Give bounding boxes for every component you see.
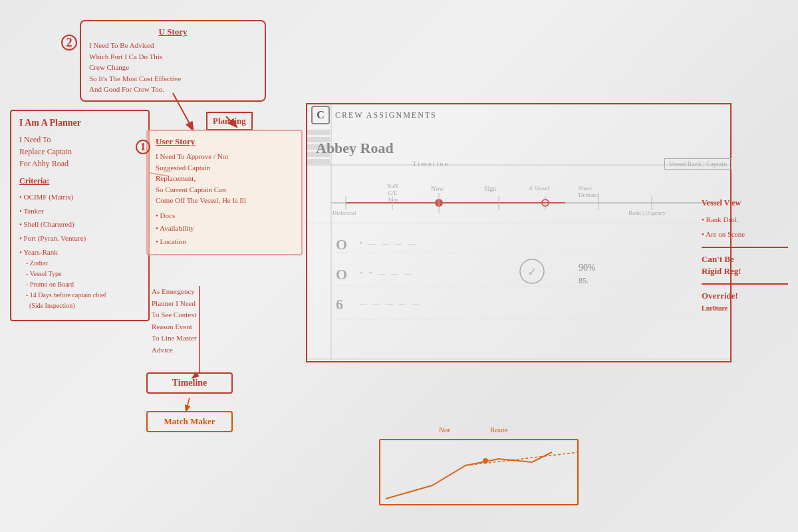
timeline-point-shore: ShoreDemand: [579, 185, 599, 198]
criteria-item: Shell (Chartered): [19, 219, 140, 231]
crew-header: C Crew Assignments: [306, 103, 732, 127]
callout-content: I Need To Be Advised Which Port I Ca Do …: [89, 40, 257, 95]
timeline-point-sign: Sign: [484, 185, 496, 192]
chart-label-nor: Nor: [439, 426, 450, 434]
planner-box: I Am A Planner I Need To Replace Captain…: [10, 110, 150, 321]
story-1-content: I Need To Approve / Not Suggested Captai…: [156, 151, 293, 247]
criteria-list: OCIMF (Matrix) Tanker Shell (Chartered) …: [19, 192, 140, 311]
vessel-rank-box: Vessel Rank | Captain: [664, 158, 732, 170]
timeline-point-historical: Historical: [332, 209, 356, 216]
story-number-badge: 1: [136, 140, 150, 154]
candidate-1-dots: * — — — —: [359, 239, 418, 247]
right-note-2: Are on Scene: [702, 228, 788, 241]
candidate-2-score2: 85.: [579, 276, 589, 286]
wireframe-timeline-label: Timeline: [412, 160, 449, 168]
criteria-item: Tanker: [19, 205, 140, 217]
right-note-1: Rank Drol.: [702, 213, 788, 227]
vessel-view-label: Vessel View: [702, 196, 788, 211]
timeline-point-nan: NaNC/EJoin: [387, 183, 398, 203]
story-bullets: Docs Availability Location: [156, 210, 293, 247]
story-1-title: User Story: [156, 136, 293, 147]
criteria-item: OCIMF (Matrix): [19, 192, 140, 203]
bottom-chart: [379, 439, 579, 505]
chart-labels: Nor Route: [439, 426, 507, 434]
candidate-2-score: 90%: [579, 263, 596, 273]
planner-criteria: Criteria: OCIMF (Matrix) Tanker Shell (C…: [19, 175, 140, 311]
app-logo: C: [311, 106, 330, 124]
timeline-point-avessel: A Vessel: [529, 185, 549, 192]
user-story-1-box: 1 User Story I Need To Approve / Not Sug…: [146, 130, 303, 255]
candidate-3-symbol: 6: [336, 296, 343, 313]
criteria-title: Criteria:: [19, 175, 140, 188]
crew-assignments-title: Crew Assignments: [335, 110, 437, 120]
cant-be-label: Can't Be Rigid Reg!: [702, 253, 788, 277]
criteria-item: Port (Pyran. Venture): [19, 233, 140, 245]
planner-subtitle: I Need To Replace Captain For Abby Road: [19, 134, 140, 170]
user-story-callout: U Story I Need To Be Advised Which Port …: [80, 20, 266, 102]
bullet-availability: Availability: [156, 223, 293, 234]
right-divider-1: [702, 247, 788, 248]
timeline-point-now: Now: [431, 185, 444, 192]
emergency-planner-text: As Emergency Planner I Need To See Conte…: [152, 286, 285, 356]
candidate-2-symbol: O: [336, 266, 347, 283]
criteria-item: Years-Rank - Zodiac- Vessel Type- Promo …: [19, 247, 140, 312]
matchmaker-box: Match Maker: [146, 411, 233, 432]
candidate-3-dots: — — — — —: [359, 299, 421, 307]
vessel-name: Abbey Road: [316, 140, 394, 157]
whiteboard: ✓ U Story I Need To Be Advised Which Por…: [0, 0, 798, 532]
override-label: Override! Lnr0ture: [702, 290, 788, 314]
right-notes: Vessel View Rank Drol. Are on Scene Can'…: [702, 196, 788, 314]
callout-number: 2: [61, 35, 77, 51]
candidate-1-symbol: O: [336, 236, 347, 253]
planner-title: I Am A Planner: [19, 118, 140, 128]
timeline-point-rank: Rank | Urgency: [628, 209, 666, 216]
bullet-location: Location: [156, 236, 293, 247]
chart-label-route: Route: [490, 426, 507, 434]
timeline-box: Timeline: [146, 372, 233, 394]
bullet-docs: Docs: [156, 210, 293, 221]
candidate-2-dots: * * — — —: [359, 269, 414, 277]
callout-title: U Story: [89, 27, 257, 37]
planning-label: Planning: [206, 112, 253, 130]
right-divider-2: [702, 283, 788, 285]
right-notes-list: Rank Drol. Are on Scene: [702, 213, 788, 242]
